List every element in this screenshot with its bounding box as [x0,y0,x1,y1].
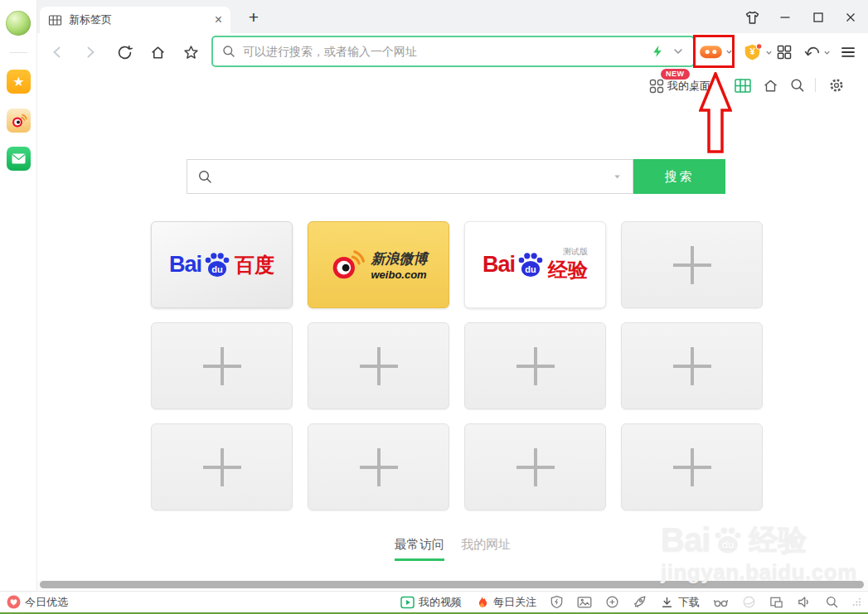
tab-most-visited[interactable]: 最常访问 [395,537,444,561]
glasses-icon [713,595,729,609]
tile-add[interactable] [151,322,293,409]
pip-window-icon [769,595,783,609]
tile-add[interactable] [464,423,606,510]
boss-key-rocket-button[interactable] [633,595,647,609]
bookmark-button[interactable] [182,43,200,61]
baidu-paw-du-text: du [211,264,222,274]
volume-button[interactable] [797,595,812,609]
apps-grid-button[interactable] [775,43,793,61]
my-videos-button[interactable]: 我的视频 [400,595,462,610]
search-view-button[interactable] [788,76,807,94]
my-desktop-button[interactable]: NEW 我的桌面 [649,70,724,94]
address-input[interactable] [243,45,650,58]
theme-skin-button[interactable] [742,8,762,27]
newtab-search-input[interactable] [221,170,612,183]
tab-new-page[interactable]: 新标签页 × [40,7,230,33]
security-shield-button[interactable] [550,595,564,609]
ie-compat-button[interactable] [742,595,756,609]
chevron-down-icon [765,49,773,56]
tile-add[interactable] [621,322,763,409]
chevron-down-icon [725,48,733,56]
browser-window: ★ [0,0,868,614]
refresh-button[interactable] [115,43,133,61]
wallet-shield-button[interactable]: ¥ [741,43,774,61]
weibo-icon [11,113,27,129]
tile-baidu-jingyan[interactable]: Bai du 测试版 经验 [464,221,606,308]
page-zoom-button[interactable] [825,595,839,609]
new-tab-button[interactable]: + [243,7,264,28]
newtab-search-box[interactable] [187,159,633,194]
refresh-icon [116,44,133,61]
favorites-sidebar-button[interactable]: ★ [7,70,31,94]
tile-add[interactable] [308,423,449,510]
resize-grip[interactable] [852,597,861,607]
jingyan-paw-du-text: du [525,264,536,274]
settings-button[interactable] [827,76,846,94]
game-center-button[interactable] [697,38,734,65]
plus-icon [203,347,241,385]
close-window-button[interactable] [841,8,861,27]
watermark-cn: 经验 [749,520,807,559]
weibo-sidebar-button[interactable] [7,109,31,133]
baidu-logo: Bai du 百度 [169,251,274,278]
search-submit-button[interactable]: 搜索 [633,159,725,194]
wallet-shield-icon: ¥ [743,43,763,61]
minimize-button[interactable] [775,8,795,27]
speed-boost-button[interactable] [605,595,619,609]
daily-follow-label: 每日关注 [493,595,536,610]
weibo-url-text: weibo.com [371,268,428,281]
plus-icon [203,448,241,486]
jingyan-logo: Bai du 测试版 经验 [482,246,588,283]
maximize-button[interactable] [808,8,828,27]
image-icon [577,595,592,609]
tile-baidu[interactable]: Bai du 百度 [151,221,293,308]
tile-add[interactable] [151,423,293,510]
tab-close-icon[interactable]: × [215,13,222,27]
address-bar[interactable] [211,36,695,67]
gauge-plus-icon [605,595,619,609]
home-view-button[interactable] [761,76,779,94]
plus-icon: + [249,7,259,27]
yuan-glyph: ¥ [749,46,755,56]
split-window-button[interactable] [769,595,783,609]
weibo-eye-icon [330,248,365,283]
weibo-cn-text: 新浪微博 [371,249,428,268]
plus-icon [360,448,398,486]
tab-strip: 新标签页 × + [37,0,868,33]
download-label: 下载 [678,595,700,610]
baidu-cn-text: 百度 [235,252,274,278]
download-button[interactable]: 下载 [660,595,700,610]
back-button[interactable] [48,43,66,61]
undo-recent-button[interactable] [802,43,832,61]
tshirt-icon [744,10,761,26]
ie-icon [742,595,756,609]
tab-my-sites[interactable]: 我的网址 [461,537,511,558]
new-badge: NEW [661,69,690,80]
close-icon [843,10,858,25]
user-avatar[interactable] [6,11,31,36]
star-icon: ★ [12,74,24,89]
tile-add[interactable] [621,221,763,308]
jingyan-paw-icon: du [516,251,546,278]
menu-button[interactable] [839,43,857,61]
maximize-icon [811,10,826,25]
home-button[interactable] [148,43,167,61]
gear-icon [827,76,846,94]
tile-add[interactable] [308,322,449,409]
site-table-button[interactable] [734,76,752,94]
tile-weibo[interactable]: 新浪微博 weibo.com [308,221,449,308]
jingyan-beta-badge: 测试版 [563,246,588,258]
tile-add[interactable] [464,322,606,409]
forward-button[interactable] [81,43,99,61]
desktop-grid-icon [649,79,664,94]
reading-mode-button[interactable] [713,595,729,609]
screenshot-button[interactable] [577,595,592,609]
speaker-icon [797,595,812,609]
search-icon [221,44,236,59]
home-icon [149,44,167,61]
mail-sidebar-button[interactable] [7,147,31,171]
daily-follow-button[interactable]: 每日关注 [475,595,536,610]
today-picks-button[interactable]: 今日优选 [7,595,68,610]
tile-add[interactable] [621,423,763,510]
speed-dial-grid: Bai du 百度 新浪微博 [151,221,763,510]
